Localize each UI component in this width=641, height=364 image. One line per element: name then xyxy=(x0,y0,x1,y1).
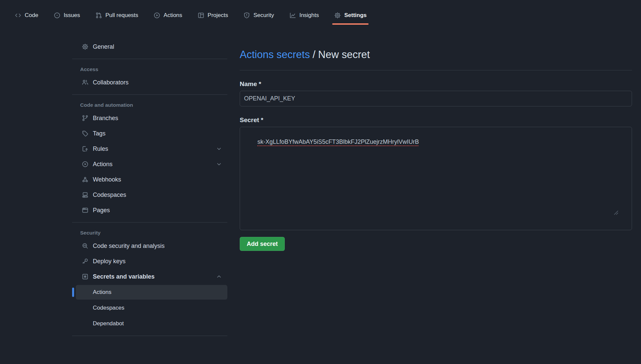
tab-actions[interactable]: Actions xyxy=(150,10,186,21)
repo-tab-nav: Code Issues Pull requests Actions Projec… xyxy=(0,0,641,26)
sidebar-item-actions[interactable]: Actions xyxy=(76,157,227,171)
tab-settings[interactable]: Settings xyxy=(330,10,371,21)
sidebar-item-label: Tags xyxy=(93,130,105,137)
divider xyxy=(72,222,227,223)
sidebar-item-label: Rules xyxy=(93,145,108,152)
graph-icon xyxy=(289,12,296,19)
sidebar-item-label: Branches xyxy=(93,115,118,122)
secret-value-textarea[interactable]: sk-XgLLfoBYfwAbAY5iS5cFT3BlbkFJ2PlZuejrz… xyxy=(240,127,632,230)
page-title: Actions secrets/New secret xyxy=(240,48,632,61)
tab-projects[interactable]: Projects xyxy=(194,10,232,21)
divider xyxy=(240,70,632,70)
sidebar-item-general[interactable]: General xyxy=(76,39,227,54)
sidebar-item-label: Deploy keys xyxy=(93,258,126,265)
sidebar-subitem-dependabot[interactable]: Dependabot xyxy=(76,316,227,331)
sidebar-item-webhooks[interactable]: Webhooks xyxy=(76,172,227,187)
sidebar-item-label: Collaborators xyxy=(93,79,129,86)
sidebar-section-access: Access xyxy=(80,66,227,73)
play-icon xyxy=(82,161,88,167)
settings-content: General Access Collaborators Code and au… xyxy=(0,39,641,341)
git-branch-icon xyxy=(82,115,88,121)
shield-icon xyxy=(243,12,250,19)
git-pull-request-icon xyxy=(95,12,102,19)
chevron-down-icon[interactable] xyxy=(216,146,222,152)
sidebar-item-branches[interactable]: Branches xyxy=(76,111,227,125)
project-table-icon xyxy=(198,12,204,19)
tab-security[interactable]: Security xyxy=(239,10,278,21)
sidebar-item-deploy-keys[interactable]: Deploy keys xyxy=(76,254,227,269)
people-icon xyxy=(82,79,88,86)
tab-label: Pull requests xyxy=(105,12,138,19)
divider xyxy=(72,59,227,59)
chevron-down-icon[interactable] xyxy=(216,161,222,167)
breadcrumb-separator: / xyxy=(312,49,315,60)
key-icon xyxy=(82,258,88,265)
sidebar-item-label: Dependabot xyxy=(93,320,124,327)
play-icon xyxy=(154,12,160,19)
sidebar-item-code-security-and-analysis[interactable]: Code security and analysis xyxy=(76,239,227,253)
sidebar-subitem-actions[interactable]: Actions xyxy=(76,285,227,300)
sidebar-item-label: Secrets and variables xyxy=(93,273,155,280)
tab-label: Issues xyxy=(64,12,80,19)
browser-icon xyxy=(82,207,88,214)
sidebar-item-collaborators[interactable]: Collaborators xyxy=(76,75,227,90)
tag-icon xyxy=(82,130,88,137)
sidebar-item-label: Codespaces xyxy=(93,192,126,199)
secret-value-text: sk-XgLLfoBYfwAbAY5iS5cFT3BlbkFJ2PlZuejrz… xyxy=(257,138,419,145)
webhook-icon xyxy=(82,176,88,183)
sidebar-item-label: Webhooks xyxy=(93,176,121,183)
sidebar-section-code-and-automation: Code and automation xyxy=(80,101,227,109)
new-secret-panel: Actions secrets/New secret Name * Secret… xyxy=(240,39,632,341)
tab-code[interactable]: Code xyxy=(11,10,42,21)
tab-label: Code xyxy=(25,12,38,19)
codespaces-icon xyxy=(82,192,88,198)
sidebar-item-label: Code security and analysis xyxy=(93,243,165,250)
rules-icon xyxy=(82,145,88,152)
divider xyxy=(72,336,227,336)
actions-secrets-breadcrumb-link[interactable]: Actions secrets xyxy=(240,49,310,60)
sidebar-item-label: Pages xyxy=(93,207,110,214)
secret-name-input[interactable] xyxy=(240,91,632,106)
gear-icon xyxy=(334,12,341,19)
sidebar-item-tags[interactable]: Tags xyxy=(76,126,227,141)
codescan-icon xyxy=(82,243,88,249)
sidebar-section-security: Security xyxy=(80,229,227,237)
secret-field-label: Secret * xyxy=(240,116,632,124)
sidebar-item-label: Actions xyxy=(93,161,113,168)
sidebar-item-rules[interactable]: Rules xyxy=(76,141,227,156)
tab-label: Settings xyxy=(344,12,367,19)
sidebar-item-codespaces[interactable]: Codespaces xyxy=(76,188,227,202)
tab-label: Actions xyxy=(164,12,182,19)
sidebar-item-secrets-and-variables[interactable]: Secrets and variables xyxy=(76,269,227,284)
sidebar-item-label: Codespaces xyxy=(93,305,125,311)
tab-label: Insights xyxy=(299,12,319,19)
sidebar-subitem-codespaces[interactable]: Codespaces xyxy=(76,301,227,315)
code-icon xyxy=(15,12,21,19)
gear-icon xyxy=(82,43,88,50)
sidebar-item-label: General xyxy=(93,43,114,50)
repo-settings-page: Code Issues Pull requests Actions Projec… xyxy=(0,0,641,364)
tab-issues[interactable]: Issues xyxy=(50,10,84,21)
name-field-label: Name * xyxy=(240,80,632,88)
tab-label: Projects xyxy=(208,12,228,19)
tab-label: Security xyxy=(253,12,274,19)
settings-sidebar: General Access Collaborators Code and au… xyxy=(72,39,227,341)
resize-handle-icon[interactable] xyxy=(614,197,631,229)
chevron-up-icon[interactable] xyxy=(216,274,222,280)
breadcrumb-current: New secret xyxy=(318,49,370,60)
issue-opened-icon xyxy=(54,12,60,19)
divider xyxy=(72,94,227,95)
tab-pull-requests[interactable]: Pull requests xyxy=(91,10,142,21)
add-secret-button[interactable]: Add secret xyxy=(240,237,285,251)
tab-insights[interactable]: Insights xyxy=(285,10,323,21)
asterisk-box-icon xyxy=(82,273,88,280)
sidebar-item-pages[interactable]: Pages xyxy=(76,203,227,218)
sidebar-item-label: Actions xyxy=(93,289,112,296)
